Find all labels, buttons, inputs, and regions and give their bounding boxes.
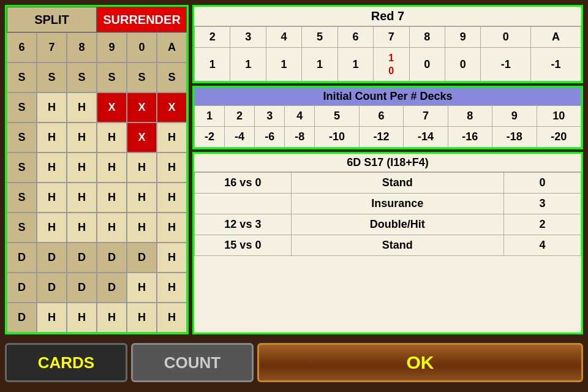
red7-header-cell: 6 xyxy=(337,27,373,48)
top-section: SPLIT SURRENDER 67890ASSSSSSSHHXXXSHHHXH… xyxy=(5,5,583,334)
left-cell: H xyxy=(97,303,127,333)
initial-count-title: Initial Count Per # Decks xyxy=(194,88,581,105)
s17-label-cell: 12 vs 3 xyxy=(195,214,292,235)
left-cell: H xyxy=(97,123,127,153)
left-data-row: DHHHHH xyxy=(7,303,187,333)
s17-title: 6D S17 (I18+F4) xyxy=(194,154,581,172)
initial-count-value-cell: -6 xyxy=(255,127,285,148)
left-cell: S xyxy=(7,153,37,183)
right-panel: Red 7 234567890A111111000-1-1 Initial Co… xyxy=(192,5,583,334)
initial-count-value-cell: -8 xyxy=(285,127,315,148)
red7-value-cell: 1 xyxy=(337,48,373,81)
left-data-row: SHHHHH xyxy=(7,213,187,243)
s17-action-cell: Stand xyxy=(291,173,503,194)
initial-count-value-cell: -20 xyxy=(537,127,581,148)
left-cell: S xyxy=(7,62,37,92)
left-cell: H xyxy=(67,123,97,153)
left-cell: D xyxy=(97,273,127,303)
red7-title: Red 7 xyxy=(194,7,581,26)
left-cell: H xyxy=(157,153,187,183)
left-cell: H xyxy=(127,303,157,333)
left-cell: H xyxy=(127,183,157,213)
left-cell: H xyxy=(37,183,67,213)
left-cell: H xyxy=(67,213,97,243)
red7-value-cell: 1 xyxy=(302,48,337,81)
left-cell: H xyxy=(127,273,157,303)
left-cell: D xyxy=(7,243,37,273)
red7-header-cell: A xyxy=(531,27,581,48)
bottom-bar: CARDS COUNT OK xyxy=(5,338,583,387)
red7-value-cell: 1 xyxy=(230,48,266,81)
table-row: 12 vs 3Double/Hit2 xyxy=(195,214,581,235)
red7-value-cell: -1 xyxy=(531,48,581,81)
left-cell: H xyxy=(37,303,67,333)
table-row: 15 vs 0Stand4 xyxy=(195,235,581,256)
ok-button[interactable]: OK xyxy=(257,343,583,382)
s17-table: 16 vs 0Stand0Insurance312 vs 3Double/Hit… xyxy=(194,172,581,256)
left-cell: X xyxy=(127,92,157,123)
initial-count-header-cell: 5 xyxy=(315,106,359,127)
s17-label-cell: 16 vs 0 xyxy=(195,173,292,194)
red7-value-cell: 1 xyxy=(195,48,230,81)
red7-section: Red 7 234567890A111111000-1-1 xyxy=(192,5,583,83)
red7-header-cell: 5 xyxy=(302,27,337,48)
initial-count-table: 12345678910-2-4-6-8-10-12-14-16-18-20 xyxy=(194,105,581,148)
initial-count-value-cell: -12 xyxy=(359,127,403,148)
s17-label-cell: 15 vs 0 xyxy=(195,235,292,256)
table-row: 16 vs 0Stand0 xyxy=(195,173,581,194)
initial-count-value-cell: -2 xyxy=(195,127,225,148)
count-label: COUNT xyxy=(164,353,221,372)
initial-count-value-cell: -14 xyxy=(404,127,448,148)
left-cell: D xyxy=(67,273,97,303)
left-cell: H xyxy=(127,213,157,243)
initial-count-header-cell: 2 xyxy=(225,106,255,127)
left-cell: S xyxy=(127,62,157,92)
cards-label: CARDS xyxy=(38,353,94,372)
left-cell: H xyxy=(157,123,187,153)
left-cell: D xyxy=(37,243,67,273)
left-cell: S xyxy=(7,92,37,123)
red7-header-cell: 0 xyxy=(481,27,531,48)
count-button[interactable]: COUNT xyxy=(131,343,254,382)
initial-count-header-cell: 9 xyxy=(492,106,537,127)
left-cell: S xyxy=(97,62,127,92)
s17-value-cell: 0 xyxy=(503,173,581,194)
left-data-row: SHHHHH xyxy=(7,153,187,183)
left-cell: D xyxy=(127,243,157,273)
main-container: SPLIT SURRENDER 67890ASSSSSSSHHXXXSHHHXH… xyxy=(0,0,588,392)
surrender-header: SURRENDER xyxy=(97,7,187,32)
left-grid: 67890ASSSSSSSHHXXXSHHHXHSHHHHHSHHHHHSHHH… xyxy=(7,32,187,333)
initial-count-header-cell: 10 xyxy=(537,106,581,127)
initial-count-value-cell: -4 xyxy=(225,127,255,148)
red7-value-cell: -1 xyxy=(481,48,531,81)
s17-label-cell xyxy=(195,194,292,214)
left-header-cell: 0 xyxy=(127,32,157,62)
left-header-row: 67890A xyxy=(7,32,187,62)
left-cell: X xyxy=(97,92,127,123)
split-header: SPLIT xyxy=(7,7,97,32)
red7-header-cell: 7 xyxy=(374,27,409,48)
red7-header-cell: 4 xyxy=(266,27,301,48)
left-header-cell: A xyxy=(157,32,187,62)
left-cell: H xyxy=(157,183,187,213)
left-data-row: DDDDDH xyxy=(7,243,187,273)
red7-header-cell: 3 xyxy=(230,27,266,48)
s17-action-cell: Stand xyxy=(291,235,503,256)
left-cell: S xyxy=(37,62,67,92)
initial-count-header-cell: 7 xyxy=(404,106,448,127)
initial-count-header-cell: 8 xyxy=(448,106,492,127)
s17-action-cell: Insurance xyxy=(291,194,503,214)
cards-button[interactable]: CARDS xyxy=(5,343,127,382)
left-cell: S xyxy=(67,62,97,92)
left-cell: H xyxy=(37,92,67,123)
left-cell: S xyxy=(7,123,37,153)
left-cell: S xyxy=(157,62,187,92)
left-header-cell: 9 xyxy=(97,32,127,62)
red7-table: 234567890A111111000-1-1 xyxy=(194,26,581,81)
initial-count-header-cell: 4 xyxy=(285,106,315,127)
left-cell: H xyxy=(97,213,127,243)
s17-action-cell: Double/Hit xyxy=(291,214,503,235)
s17-value-cell: 2 xyxy=(503,214,581,235)
red7-value-cell: 1 xyxy=(266,48,301,81)
left-header-cell: 8 xyxy=(67,32,97,62)
